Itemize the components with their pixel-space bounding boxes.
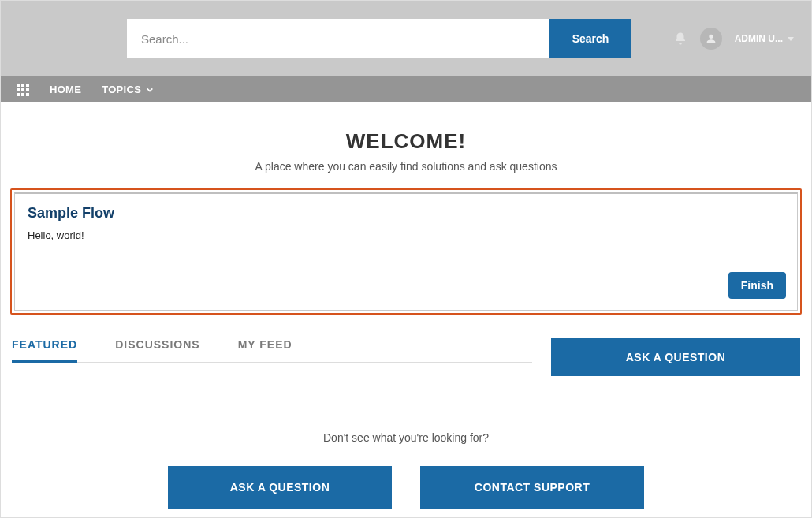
page-title: WELCOME! xyxy=(1,129,811,154)
bell-icon[interactable] xyxy=(673,32,687,46)
welcome-section: WELCOME! A place where you can easily fi… xyxy=(1,129,811,173)
page-subtitle: A place where you can easily find soluti… xyxy=(1,160,811,173)
flow-card: Sample Flow Hello, world! Finish xyxy=(14,192,798,311)
main-nav: HOME TOPICS xyxy=(1,76,811,102)
tab-discussions[interactable]: DISCUSSIONS xyxy=(115,338,199,352)
chevron-down-icon xyxy=(146,86,154,94)
search-input[interactable] xyxy=(127,19,549,58)
finish-button[interactable]: Finish xyxy=(728,272,786,299)
footer-prompt: Don't see what you're looking for? xyxy=(1,431,811,444)
tab-featured[interactable]: FEATURED xyxy=(12,338,77,363)
mid-row: FEATURED DISCUSSIONS MY FEED ASK A QUEST… xyxy=(12,338,800,376)
tab-my-feed[interactable]: MY FEED xyxy=(238,338,292,352)
nav-home[interactable]: HOME xyxy=(50,84,81,95)
top-bar: Search ADMIN U... xyxy=(1,1,811,76)
search-wrap: Search xyxy=(127,19,631,58)
footer-ask-question-button[interactable]: ASK A QUESTION xyxy=(168,466,392,509)
avatar[interactable] xyxy=(700,28,722,50)
apps-grid-icon[interactable] xyxy=(17,84,29,96)
caret-down-icon xyxy=(788,37,794,41)
user-menu[interactable]: ADMIN U... xyxy=(735,33,794,44)
footer-area: Don't see what you're looking for? ASK A… xyxy=(1,431,811,509)
nav-topics-label: TOPICS xyxy=(102,84,141,95)
nav-topics[interactable]: TOPICS xyxy=(102,84,154,95)
content-tabs: FEATURED DISCUSSIONS MY FEED xyxy=(12,338,532,363)
topbar-right: ADMIN U... xyxy=(673,28,794,50)
flow-title: Sample Flow xyxy=(28,205,784,222)
flow-highlight-outline: Sample Flow Hello, world! Finish xyxy=(10,188,802,315)
user-label: ADMIN U... xyxy=(735,33,783,44)
footer-buttons: ASK A QUESTION CONTACT SUPPORT xyxy=(1,466,811,509)
search-button[interactable]: Search xyxy=(549,19,631,58)
flow-body: Hello, world! xyxy=(28,229,784,241)
person-icon xyxy=(705,32,717,45)
footer-contact-support-button[interactable]: CONTACT SUPPORT xyxy=(420,466,644,509)
ask-question-button[interactable]: ASK A QUESTION xyxy=(551,338,800,376)
